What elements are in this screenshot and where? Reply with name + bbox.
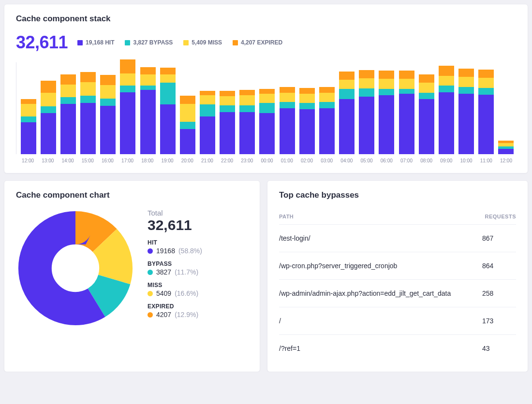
bar-segment — [379, 95, 394, 154]
bar-segment — [399, 94, 414, 154]
bar-segment — [280, 93, 295, 102]
bar-segment — [280, 102, 295, 108]
bar-segment — [339, 89, 355, 99]
x-axis-label: 08:00 — [416, 158, 436, 163]
bar-stack — [220, 91, 235, 154]
x-axis-label: 07:00 — [397, 158, 416, 163]
bypass-col-req: REQUESTS — [485, 214, 516, 219]
bar-segment — [60, 85, 76, 98]
bar-segment — [280, 87, 295, 92]
bar-segment — [419, 74, 434, 83]
x-axis-label: 18:00 — [137, 158, 157, 163]
donut-legend-pct: (12.9%) — [175, 311, 198, 318]
donut-legend-dot-icon — [148, 270, 153, 275]
donut-total-value: 32,611 — [148, 217, 202, 233]
donut-total-label: Total — [148, 209, 202, 217]
x-axis-label: 14:00 — [58, 158, 77, 163]
bypass-path: /?ref=1 — [279, 345, 482, 352]
bar-segment — [180, 129, 195, 154]
bar-segment — [220, 112, 235, 154]
bypass-requests: 258 — [482, 289, 516, 297]
donut-legend-pct: (16.6%) — [175, 289, 198, 297]
bar-stack — [439, 66, 454, 154]
bar-segment — [140, 67, 156, 74]
legend-item: 3,827 BYPASS — [125, 39, 173, 46]
bar-stack — [339, 72, 355, 154]
bar-segment — [319, 108, 335, 154]
bar-stack — [140, 67, 156, 154]
bar-segment — [200, 95, 215, 104]
bar-segment — [379, 71, 394, 79]
x-axis-label: 12:00 — [18, 158, 38, 163]
x-axis-label: 00:00 — [257, 158, 277, 163]
cache-stack-header: 32,611 19,168 HIT3,827 BYPASS5,409 MISS4… — [16, 32, 516, 53]
bar-segment — [41, 81, 56, 93]
cache-stack-x-axis: 12:0013:0014:0015:0016:0017:0018:0019:00… — [16, 158, 516, 163]
donut-legend-dot-icon — [148, 312, 153, 317]
legend-label: 5,409 MISS — [192, 39, 222, 46]
bar-segment — [419, 93, 434, 99]
table-row[interactable]: /?ref=143 — [279, 335, 516, 362]
cache-stack-title: Cache component stack — [16, 14, 516, 24]
bar-stack — [200, 91, 215, 154]
bar-segment — [379, 79, 394, 89]
bar-segment — [259, 89, 275, 94]
bar-segment — [439, 86, 454, 92]
bar-segment — [100, 85, 116, 99]
bar-segment — [100, 99, 116, 106]
bar-segment — [299, 88, 315, 93]
bar-segment — [160, 83, 176, 105]
legend-swatch-icon — [183, 40, 189, 45]
legend-swatch-icon — [233, 40, 238, 45]
donut-legend-name: BYPASS — [148, 260, 202, 267]
x-axis-label: 03:00 — [317, 158, 337, 163]
bar-segment — [200, 104, 215, 116]
bar-segment — [439, 66, 454, 76]
bypass-path: /test-login/ — [279, 234, 482, 242]
x-axis-label: 22:00 — [217, 158, 237, 163]
bar-segment — [21, 99, 36, 104]
bar-segment — [21, 122, 36, 155]
bar-segment — [299, 109, 315, 154]
bar-stack — [359, 70, 374, 154]
x-axis-label: 05:00 — [356, 158, 376, 163]
table-row[interactable]: /wp-admin/admin-ajax.php?action=edd_jilt… — [279, 280, 516, 307]
bypass-path: /wp-cron.php?server_triggered_cronjob — [279, 262, 482, 270]
bar-segment — [220, 96, 235, 105]
donut-legend-row: BYPASS3827(11.7%) — [148, 260, 202, 276]
donut-legend-value: 4207 — [156, 311, 171, 318]
bar-segment — [259, 113, 275, 155]
bar-stack — [399, 71, 414, 154]
donut-legend-dot-icon — [148, 291, 153, 296]
bar-segment — [21, 116, 36, 122]
bypass-requests: 864 — [482, 262, 516, 270]
bar-segment — [359, 70, 374, 78]
table-row[interactable]: /173 — [279, 307, 516, 335]
bar-stack — [100, 75, 116, 154]
bar-stack — [478, 70, 494, 154]
bar-stack — [160, 68, 176, 154]
bar-segment — [220, 105, 235, 112]
bar-segment — [120, 59, 135, 73]
x-axis-label: 23:00 — [237, 158, 257, 163]
table-row[interactable]: /wp-cron.php?server_triggered_cronjob864 — [279, 252, 516, 280]
bar-segment — [419, 99, 434, 154]
x-axis-label: 09:00 — [436, 158, 456, 163]
legend-item: 19,168 HIT — [77, 39, 114, 46]
legend-label: 19,168 HIT — [86, 39, 114, 46]
table-row[interactable]: /test-login/867 — [279, 225, 516, 252]
bar-segment — [259, 103, 275, 113]
bar-segment — [60, 74, 76, 85]
bar-segment — [299, 94, 315, 103]
bar-segment — [419, 83, 434, 93]
bar-segment — [399, 79, 414, 89]
x-axis-label: 20:00 — [177, 158, 197, 163]
x-axis-label: 17:00 — [118, 158, 137, 163]
bar-stack — [239, 90, 255, 154]
bar-stack — [498, 141, 514, 154]
bar-segment — [339, 72, 355, 80]
bar-segment — [41, 106, 56, 113]
bar-segment — [180, 96, 195, 104]
bar-segment — [21, 104, 36, 117]
bar-segment — [80, 96, 96, 102]
